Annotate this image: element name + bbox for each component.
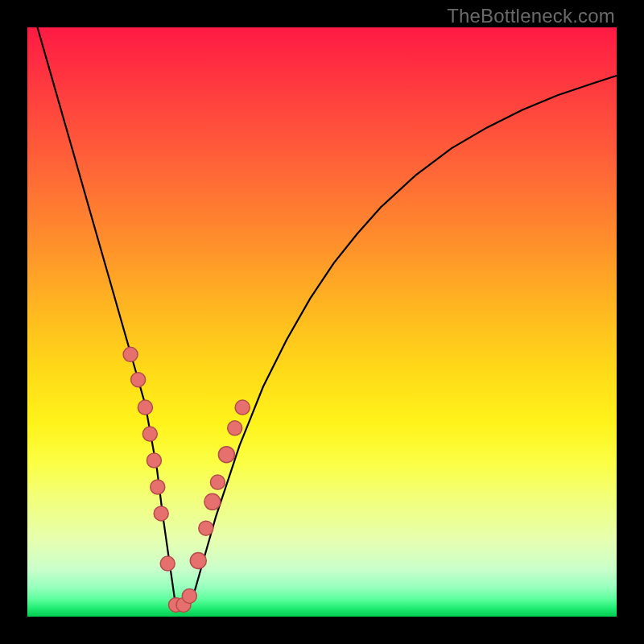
bottleneck-curve	[27, 0, 617, 611]
watermark-text: TheBottleneck.com	[447, 5, 615, 27]
data-point	[182, 588, 196, 603]
data-point	[218, 447, 234, 463]
data-point	[131, 373, 146, 387]
data-point	[151, 480, 165, 494]
data-point	[210, 475, 225, 489]
chart-svg	[27, 27, 617, 617]
data-point	[228, 421, 242, 436]
data-point	[204, 493, 221, 510]
data-point	[160, 556, 175, 571]
data-point	[147, 453, 161, 468]
data-point	[235, 400, 250, 415]
data-points-group	[123, 347, 250, 612]
data-point	[199, 521, 213, 535]
data-point	[123, 347, 138, 361]
data-point	[154, 506, 168, 521]
data-point	[190, 553, 206, 569]
data-point	[138, 400, 152, 415]
data-point	[142, 427, 157, 441]
